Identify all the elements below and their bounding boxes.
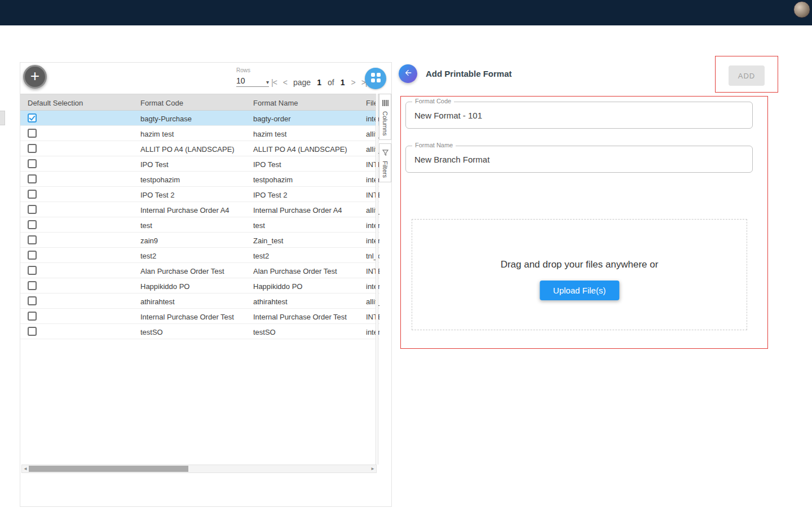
format-code-field: Format Code xyxy=(405,102,753,129)
rows-per-page-value: 10 xyxy=(236,76,245,85)
row-checkbox[interactable] xyxy=(28,113,37,122)
filters-tab-label: Filters xyxy=(382,161,389,178)
horizontal-scrollbar-thumb[interactable] xyxy=(29,466,188,472)
header-default-selection[interactable]: Default Selection xyxy=(28,99,83,107)
grid-rows: bagty-Purchase bagty-order inter hazim t… xyxy=(20,111,379,339)
file-dropzone[interactable]: Drag and drop your files anywhere or Upl… xyxy=(412,219,747,330)
top-nav-bar xyxy=(0,0,812,25)
cell-format-code: zain9 xyxy=(140,237,158,245)
upload-files-button[interactable]: Upload File(s) xyxy=(540,281,619,300)
cell-format-name: testpohazim xyxy=(253,176,293,184)
cell-format-code: IPO Test xyxy=(140,160,169,169)
cell-format-name: test xyxy=(253,221,265,230)
cell-format-code: Happikiddo PO xyxy=(140,282,189,291)
first-page-button[interactable]: |< xyxy=(271,78,277,87)
rows-per-page-control: Rows 10 ▾ xyxy=(236,67,270,87)
cell-format-code: Alan Purchase Order Test xyxy=(140,267,224,275)
dropdown-caret-icon: ▾ xyxy=(266,79,269,85)
row-checkbox[interactable] xyxy=(28,312,37,321)
cell-format-name: Internal Purchase Order A4 xyxy=(253,206,342,214)
grid-view-button[interactable] xyxy=(365,68,386,89)
prev-page-button[interactable]: < xyxy=(283,78,287,87)
dropzone-text: Drag and drop your files anywhere or xyxy=(412,259,747,270)
table-row[interactable]: Alan Purchase Order Test Alan Purchase O… xyxy=(20,263,379,278)
add-record-button[interactable]: + xyxy=(23,65,47,89)
rows-label: Rows xyxy=(236,67,270,73)
row-checkbox[interactable] xyxy=(28,327,37,336)
of-word: of xyxy=(328,78,334,87)
filter-icon xyxy=(382,148,389,158)
vertical-scrollbar[interactable] xyxy=(376,94,378,465)
table-row[interactable]: Internal Purchase Order A4 Internal Purc… xyxy=(20,202,379,217)
cell-format-name: hazim test xyxy=(253,130,286,138)
scroll-left-icon[interactable]: ◄ xyxy=(22,465,29,472)
cell-format-code: Internal Purchase Order A4 xyxy=(140,206,230,214)
pagination: |< < page 1 of 1 > >| xyxy=(271,78,367,87)
table-row[interactable]: testSO testSO inter xyxy=(20,324,379,339)
row-checkbox[interactable] xyxy=(28,144,37,153)
columns-panel-tab[interactable]: Columns xyxy=(379,94,391,140)
left-edge-tab[interactable] xyxy=(0,111,5,125)
table-row[interactable]: hazim test hazim test allit_ xyxy=(20,126,379,141)
row-checkbox[interactable] xyxy=(28,159,37,168)
table-row[interactable]: test test inter xyxy=(20,217,379,233)
row-checkbox[interactable] xyxy=(28,174,37,183)
cell-format-name: test2 xyxy=(253,252,269,260)
cell-format-name: Alan Purchase Order Test xyxy=(253,267,337,275)
back-button[interactable] xyxy=(399,64,417,83)
scroll-right-icon[interactable]: ► xyxy=(369,465,376,472)
next-page-button[interactable]: > xyxy=(351,78,355,87)
cell-format-name: Zain_test xyxy=(253,237,283,245)
filters-panel-tab[interactable]: Filters xyxy=(379,143,391,182)
cell-format-name: IPO Test xyxy=(253,160,281,169)
format-code-input[interactable] xyxy=(414,103,744,128)
table-row[interactable]: zain9 Zain_test inter xyxy=(20,233,379,248)
table-row[interactable]: ALLIT PO A4 (LANDSCAPE) ALLIT PO A4 (LAN… xyxy=(20,141,379,156)
columns-tab-label: Columns xyxy=(382,111,389,135)
row-checkbox[interactable] xyxy=(28,190,37,199)
cell-format-name: testSO xyxy=(253,328,276,336)
table-row[interactable]: bagty-Purchase bagty-order inter xyxy=(20,111,379,126)
table-row[interactable]: Internal Purchase Order Test Internal Pu… xyxy=(20,309,379,324)
horizontal-scrollbar[interactable]: ◄ ► xyxy=(21,465,377,473)
table-row[interactable]: test2 test2 tnl_c xyxy=(20,248,379,263)
printable-format-grid-panel: + Rows 10 ▾ |< < page 1 of 1 > >| xyxy=(20,62,392,507)
cell-format-code: IPO Test 2 xyxy=(140,191,174,199)
row-checkbox[interactable] xyxy=(28,205,37,214)
cell-format-code: test2 xyxy=(140,252,156,260)
cell-format-code: testpohazim xyxy=(140,176,180,184)
page-title: Add Printable Format xyxy=(426,69,512,78)
row-checkbox[interactable] xyxy=(28,296,37,305)
cell-format-code: bagty-Purchase xyxy=(140,115,192,123)
cell-format-code: athirahtest xyxy=(140,297,175,306)
row-checkbox[interactable] xyxy=(28,266,37,275)
add-submit-button[interactable]: ADD xyxy=(729,65,765,86)
cell-format-code: test xyxy=(140,221,152,230)
row-checkbox[interactable] xyxy=(28,281,37,290)
page: + Rows 10 ▾ |< < page 1 of 1 > >| xyxy=(0,0,812,508)
table-row[interactable]: IPO Test 2 IPO Test 2 INTE xyxy=(20,187,379,202)
cell-format-name: Internal Purchase Order Test xyxy=(253,313,347,321)
table-row[interactable]: athirahtest athirahtest allit_ xyxy=(20,294,379,309)
table-row[interactable]: Happikiddo PO Happikiddo PO inter xyxy=(20,278,379,294)
cell-format-code: hazim test xyxy=(140,130,174,138)
row-checkbox[interactable] xyxy=(28,129,37,138)
grid-squares-icon xyxy=(371,73,381,85)
row-checkbox[interactable] xyxy=(28,235,37,244)
table-row[interactable]: IPO Test IPO Test INTE xyxy=(20,156,379,172)
row-checkbox[interactable] xyxy=(28,220,37,229)
table-row[interactable]: testpohazim testpohazim inter xyxy=(20,172,379,187)
columns-icon xyxy=(382,98,389,108)
user-avatar[interactable] xyxy=(793,1,810,18)
cell-format-name: IPO Test 2 xyxy=(253,191,287,199)
cell-format-name: Happikiddo PO xyxy=(253,282,302,291)
cell-format-name: athirahtest xyxy=(253,297,288,306)
row-checkbox[interactable] xyxy=(28,251,37,260)
format-name-input[interactable] xyxy=(414,147,744,172)
total-pages-number: 1 xyxy=(341,78,345,87)
header-format-code[interactable]: Format Code xyxy=(140,99,183,107)
grid-side-strip: Columns Filters xyxy=(379,94,391,186)
header-format-name[interactable]: Format Name xyxy=(253,99,298,107)
back-arrow-icon xyxy=(404,68,413,80)
rows-per-page-select[interactable]: 10 ▾ xyxy=(236,76,269,87)
